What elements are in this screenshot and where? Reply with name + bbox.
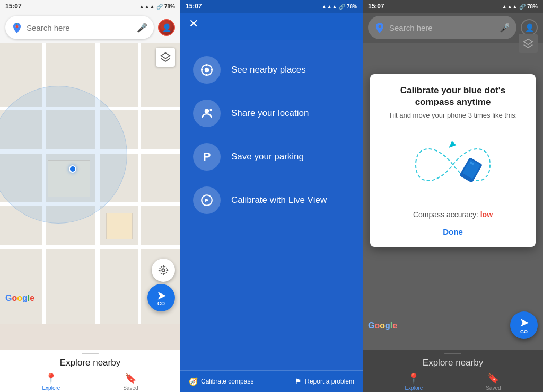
panel-blue-menu: 15:07 ▲▲▲ 🔗 78% ✕ See nearby plac [180,0,363,392]
layers-button-3[interactable] [519,34,538,53]
svg-marker-18 [524,39,533,45]
go-arrow-1: ➤ [157,289,166,302]
signal-icon-1: ▲▲▲ [139,4,155,10]
accuracy-label: Compass accuracy: [413,210,478,219]
calibrate-icon: 🧭 [189,377,198,386]
menu-item-nearby[interactable]: See nearby places [193,56,350,84]
status-icons-3: ▲▲▲ 🔗 78% [502,4,538,10]
go-label-1: GO [157,301,165,306]
wifi-icon-1: 🔗 [156,4,163,10]
go-arrow-3: ➤ [520,316,529,329]
bottom-bar-3: Explore nearby 📍 Explore 🔖 Saved [363,350,543,392]
panel-google-maps: 15:07 ▲▲▲ 🔗 78% Search here 🎤 👤 [0,0,180,392]
status-icons-2: ▲▲▲ 🔗 78% [321,4,357,10]
status-time-2: 15:07 [186,3,202,10]
status-bar-2: 15:07 ▲▲▲ 🔗 78% [180,0,363,13]
menu-item-share[interactable]: Share your location [193,100,350,127]
road-h4 [0,245,180,249]
svg-point-17 [206,199,208,201]
search-bar-1[interactable]: Search here 🎤 [5,16,154,39]
dialog-title: Calibrate your blue dot's compass anytim… [381,85,525,108]
liveview-icon-circle [193,186,221,214]
search-placeholder-3: Search here [389,23,495,32]
report-icon: ⚑ [295,377,302,386]
mic-icon-1[interactable]: 🎤 [137,23,147,33]
bottom-nav-3: 📍 Explore 🔖 Saved [363,372,543,391]
nav-explore-3[interactable]: 📍 Explore [405,372,423,391]
svg-point-9 [205,68,209,73]
layers-button-1[interactable] [156,48,175,67]
signal-icon-3: ▲▲▲ [502,4,518,10]
bottom-handle-3 [444,353,461,354]
wifi-icon-3: 🔗 [519,4,526,10]
accuracy-value: low [480,210,493,219]
explore-icon-1: 📍 [45,372,57,384]
search-bar-3[interactable]: Search here 🎤 [368,16,516,39]
menu-items-container: See nearby places Share your location P … [180,40,363,370]
svg-point-14 [205,109,209,113]
search-bar-container-1: Search here 🎤 👤 [0,13,180,43]
calibrate-dialog: Calibrate your blue dot's compass anytim… [370,74,536,247]
liveview-label: Calibrate with Live View [231,195,327,206]
saved-icon-1: 🔖 [125,372,136,384]
road-v3 [138,43,141,324]
map-block-2 [106,213,133,239]
svg-marker-1 [161,53,170,59]
menu-item-parking[interactable]: P Save your parking [193,143,350,171]
explore-nearby-label-3: Explore nearby [423,358,483,368]
svg-point-3 [160,266,168,274]
dialog-subtitle: Tilt and move your phone 3 times like th… [381,111,525,119]
parking-label: Save your parking [231,152,304,162]
explore-nearby-label-1: Explore nearby [60,358,120,368]
battery-2: 78% [347,4,357,10]
panel3-search-area: Search here 🎤 👤 [363,13,543,43]
explore-icon-3: 📍 [408,372,419,384]
parking-icon-circle: P [193,143,221,171]
signal-icon-2: ▲▲▲ [321,4,337,10]
svg-point-0 [16,25,19,28]
close-button[interactable]: ✕ [189,18,198,30]
done-button[interactable]: Done [381,225,525,238]
nav-saved-1[interactable]: 🔖 Saved [123,372,138,391]
status-icons-1: ▲▲▲ 🔗 78% [139,4,175,10]
google-logo-3: Google [368,321,397,331]
bottom-bar-1: Explore nearby 📍 Explore 🔖 Saved [0,350,180,392]
bottom-handle-1 [82,353,99,354]
search-placeholder-1: Search here [27,23,133,32]
svg-point-2 [162,269,165,272]
avatar-1[interactable]: 👤 [158,19,175,36]
menu-item-liveview[interactable]: Calibrate with Live View [193,186,350,214]
nearby-label: See nearby places [231,65,306,75]
explore-label-3: Explore [405,385,423,391]
go-button-3[interactable]: ➤ GO [510,311,538,339]
battery-3: 78% [527,4,538,10]
compass-animation [405,128,501,202]
google-maps-logo-3 [374,22,385,33]
panel-maps-dialog: 15:07 ▲▲▲ 🔗 78% Search here 🎤 👤 Calibrat… [363,0,543,392]
saved-label-3: Saved [486,385,501,391]
go-label-3: GO [520,329,528,334]
nav-saved-3[interactable]: 🔖 Saved [486,372,501,391]
go-button-1[interactable]: ➤ GO [147,284,175,311]
google-maps-logo-1 [12,22,22,33]
share-icon-circle [193,100,221,127]
footer-report[interactable]: ⚑ Report a problem [295,377,354,386]
footer-calibrate[interactable]: 🧭 Calibrate compass [189,377,253,386]
status-bar-1: 15:07 ▲▲▲ 🔗 78% [0,0,180,13]
bottom-nav-1: 📍 Explore 🔖 Saved [0,372,180,391]
nav-explore-1[interactable]: 📍 Explore [42,372,60,391]
panel2-header: ✕ [180,13,363,40]
map-area-1[interactable]: ➤ GO Google [0,43,180,324]
panel2-footer: 🧭 Calibrate compass ⚑ Report a problem [180,370,363,392]
location-button-1[interactable] [152,259,175,282]
nearby-icon-circle [193,56,221,84]
battery-1: 78% [164,4,175,10]
status-time-3: 15:07 [368,3,384,10]
svg-point-15 [209,109,212,111]
mic-icon-3[interactable]: 🎤 [500,23,510,33]
saved-label-1: Saved [123,385,138,391]
status-time-1: 15:07 [5,3,22,10]
saved-icon-3: 🔖 [487,372,499,384]
google-logo-1: Google [5,293,34,303]
status-bar-3: 15:07 ▲▲▲ 🔗 78% [363,0,543,13]
